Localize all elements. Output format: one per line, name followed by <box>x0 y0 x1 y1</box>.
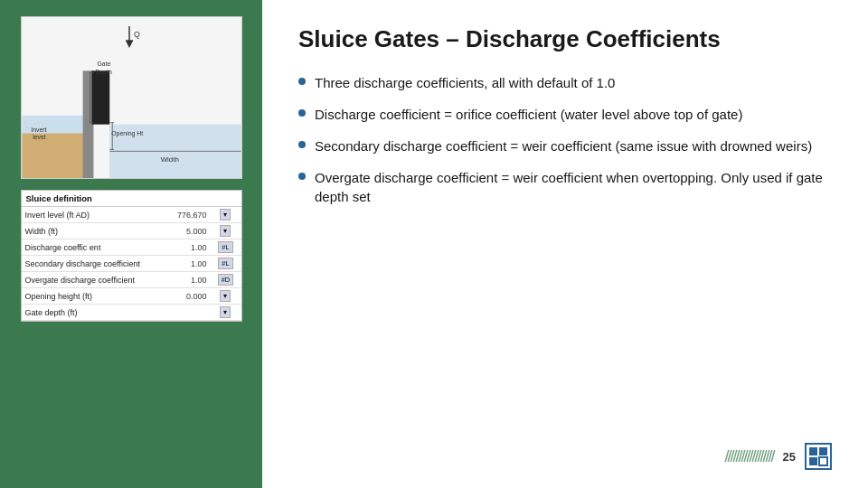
table-cell-value <box>148 305 210 321</box>
dropdown-button[interactable]: #L <box>218 258 232 269</box>
table-cell-value: 5.000 <box>148 223 210 239</box>
table-cell-btn: ▾ <box>210 305 241 321</box>
panel-title: Sluice definition <box>22 191 241 207</box>
table-row: Discharge coeffic ent1.00#L <box>22 239 241 256</box>
footer: ////////////////// 25 <box>298 443 832 470</box>
bullet-item: Overgate discharge coefficient = weir co… <box>298 168 832 206</box>
svg-rect-24 <box>819 457 827 465</box>
table-row: Width (ft)5.000▾ <box>22 223 241 239</box>
dropdown-button[interactable]: #L <box>218 241 232 253</box>
footer-decoration: ////////////////// <box>725 447 774 466</box>
table-row: Overgate discharge coefficient1.00#D <box>22 272 241 288</box>
table-row: Secondary discharge coefficient1.00#L <box>22 256 241 272</box>
table-cell-label: Secondary discharge coefficient <box>22 256 149 272</box>
svg-text:Q: Q <box>133 30 139 39</box>
sluice-diagram: Q Gate Depth Invert level Opening Ht Wid… <box>21 16 242 179</box>
table-row: Invert level (ft AD)776.670▾ <box>22 207 241 223</box>
company-logo <box>805 443 832 470</box>
svg-rect-4 <box>91 70 109 124</box>
bullet-text: Overgate discharge coefficient = weir co… <box>315 168 832 206</box>
table-cell-value: 1.00 <box>148 239 210 256</box>
table-cell-label: Opening height (ft) <box>22 288 149 305</box>
svg-text:Depth: Depth <box>95 69 112 76</box>
bullet-dot-icon <box>298 78 306 85</box>
table-cell-label: Overgate discharge coefficient <box>22 272 149 288</box>
svg-rect-2 <box>22 134 84 178</box>
table-cell-value: 1.00 <box>148 256 210 272</box>
dropdown-button[interactable]: ▾ <box>220 290 231 302</box>
page-number: 25 <box>783 450 796 464</box>
bullet-text: Three discharge coefficients, all with d… <box>315 73 615 92</box>
footer-lines-icon: ////////////////// <box>725 447 774 466</box>
bullet-item: Secondary discharge coefficient = weir c… <box>298 136 832 155</box>
table-cell-btn[interactable]: #L <box>210 256 241 272</box>
table-cell-btn[interactable]: #L <box>210 239 241 256</box>
dropdown-button[interactable]: ▾ <box>220 225 231 237</box>
bullet-list: Three discharge coefficients, all with d… <box>298 73 832 206</box>
bullet-item: Discharge coefficient = orifice coeffici… <box>298 105 832 124</box>
slide-title: Sluice Gates – Discharge Coefficients <box>298 25 832 53</box>
table-cell-value: 776.670 <box>148 207 210 223</box>
bullet-dot-icon <box>298 109 306 117</box>
dropdown-button[interactable]: ▾ <box>220 209 231 221</box>
sluice-table: Invert level (ft AD)776.670▾Width (ft)5.… <box>22 207 241 321</box>
svg-rect-21 <box>809 447 817 455</box>
svg-text:Gate: Gate <box>97 61 110 67</box>
table-cell-btn[interactable]: #D <box>210 272 241 288</box>
content-area: Sluice Gates – Discharge Coefficients Th… <box>262 0 868 488</box>
sluice-definition-panel: Sluice definition Invert level (ft AD)77… <box>21 190 242 322</box>
dropdown-button[interactable]: #D <box>218 274 234 286</box>
bullet-item: Three discharge coefficients, all with d… <box>298 73 832 92</box>
logo-icon <box>807 446 829 467</box>
sidebar: Q Gate Depth Invert level Opening Ht Wid… <box>0 0 262 488</box>
bullet-dot-icon <box>298 173 306 180</box>
table-cell-label: Gate depth (ft) <box>22 305 149 321</box>
svg-rect-23 <box>809 457 817 465</box>
svg-rect-22 <box>819 447 827 455</box>
table-cell-value: 0.000 <box>148 288 210 305</box>
table-cell-label: Invert level (ft AD) <box>22 207 149 223</box>
svg-text:Invert: Invert <box>31 127 46 133</box>
dropdown-button[interactable]: ▾ <box>220 306 231 318</box>
content-main: Sluice Gates – Discharge Coefficients Th… <box>298 25 832 206</box>
table-row: Opening height (ft)0.000▾ <box>22 288 241 305</box>
table-cell-label: Width (ft) <box>22 223 149 239</box>
svg-text:level: level <box>33 134 46 140</box>
table-row: Gate depth (ft)▾ <box>22 305 241 321</box>
bullet-dot-icon <box>298 141 306 148</box>
bullet-text: Discharge coefficient = orifice coeffici… <box>315 105 742 124</box>
svg-text:Width: Width <box>160 155 178 164</box>
svg-text:Opening Ht: Opening Ht <box>111 130 143 137</box>
table-cell-btn: ▾ <box>210 223 241 239</box>
table-cell-btn: ▾ <box>210 207 241 223</box>
bullet-text: Secondary discharge coefficient = weir c… <box>315 136 812 155</box>
table-cell-value: 1.00 <box>148 272 210 288</box>
table-cell-label: Discharge coeffic ent <box>22 239 149 256</box>
table-cell-btn: ▾ <box>210 288 241 305</box>
